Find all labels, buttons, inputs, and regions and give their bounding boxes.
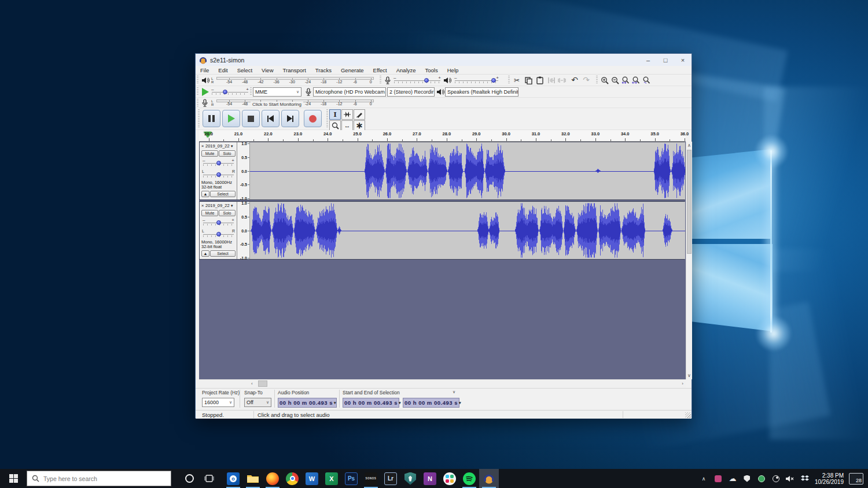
track-2-close-icon[interactable]: × [200, 203, 205, 208]
record-button[interactable] [304, 110, 322, 127]
start-button[interactable] [0, 469, 27, 488]
track-1-select-button[interactable]: Select [210, 191, 236, 197]
taskbar-app-shield-deer[interactable] [400, 469, 420, 488]
fit-project-button[interactable] [631, 76, 641, 85]
taskbar-app-spotify[interactable] [459, 469, 479, 488]
skip-to-start-button[interactable] [262, 110, 279, 127]
track-1-pan-slider[interactable]: LR [203, 171, 234, 178]
track-1-gain-slider[interactable]: –+ [203, 160, 234, 167]
play-speed-slider[interactable]: –+ [212, 88, 248, 95]
selection-end-field[interactable]: 00 h 00 m 00.493 s▾ [403, 398, 459, 408]
snap-to-select[interactable]: Off∨ [244, 398, 271, 407]
track-2-name[interactable]: 2019_09_22 [205, 203, 230, 208]
taskbar-app-chrome[interactable] [282, 469, 302, 488]
trim-audio-button[interactable] [546, 76, 557, 85]
menu-item-generate[interactable]: Generate [336, 67, 369, 73]
monitor-hint[interactable]: Click to Start Monitoring [251, 102, 303, 107]
zoom-toggle-button[interactable] [641, 76, 652, 85]
cortana-button[interactable] [179, 469, 199, 488]
track-1-name[interactable]: 2019_09_22 [205, 143, 230, 149]
action-center-button[interactable]: 28 [849, 473, 863, 485]
taskbar-app-audacity[interactable] [479, 469, 499, 488]
track-1-waveform[interactable] [250, 142, 685, 199]
selection-range-label[interactable]: Start and End of Selection [343, 390, 400, 395]
tray-green-status-icon[interactable] [757, 474, 766, 483]
taskbar-app-file-explorer[interactable] [243, 469, 263, 488]
track-1-collapse-button[interactable]: ▲ [201, 191, 209, 197]
draw-tool-button[interactable] [354, 109, 365, 120]
zoom-out-button[interactable] [610, 76, 620, 85]
taskbar-app-outlook[interactable]: o [223, 469, 243, 488]
time-shift-tool-button[interactable]: ↔ [341, 120, 353, 131]
track-workspace[interactable]: × 2019_09_22 ▼ Mute Solo –+ LR Mono, 160… [199, 142, 686, 379]
play-button[interactable] [222, 110, 240, 127]
skip-to-end-button[interactable] [281, 110, 299, 127]
playback-volume-slider[interactable]: –+ [455, 77, 498, 84]
silence-audio-button[interactable] [557, 76, 567, 85]
recording-device-select[interactable]: Microphone (HD Pro Webcam C∨ [313, 87, 386, 97]
title-bar[interactable]: s2e11-simon – □ × [196, 54, 692, 66]
selection-tool-button[interactable]: I [329, 109, 341, 120]
track-1-menu-icon[interactable]: ▼ [230, 145, 234, 148]
onedrive-cloud-icon[interactable]: ☁ [728, 474, 737, 483]
taskbar-search[interactable] [27, 471, 171, 486]
cut-button[interactable]: ✂ [512, 76, 522, 85]
taskbar-app-onenote[interactable]: N [420, 469, 440, 488]
minimize-button[interactable]: – [639, 54, 657, 65]
taskbar-app-word[interactable]: W [302, 469, 322, 488]
menu-item-analyze[interactable]: Analyze [392, 67, 421, 73]
menu-item-file[interactable]: File [196, 67, 214, 73]
task-view-button[interactable] [199, 469, 219, 488]
selection-range-dropdown-icon[interactable]: ∨ [453, 390, 455, 394]
taskbar-app-excel[interactable]: X [322, 469, 341, 488]
menu-item-tools[interactable]: Tools [421, 67, 443, 73]
track-2-pan-slider[interactable]: LR [203, 231, 234, 238]
dropbox-icon[interactable] [800, 474, 810, 483]
redo-button[interactable]: ↷ [581, 75, 591, 84]
fit-selection-button[interactable] [620, 76, 631, 85]
track-1-vertical-scale[interactable]: 1.00.50.0-0.5-1.0 [237, 142, 250, 199]
stop-button[interactable] [242, 110, 260, 127]
track-2-mute-button[interactable]: Mute [201, 210, 218, 216]
pause-button[interactable] [203, 110, 220, 127]
search-input[interactable] [43, 475, 153, 482]
menu-item-help[interactable]: Help [443, 67, 464, 73]
playback-device-select[interactable]: Speakers (Realtek High Definiti∨ [445, 87, 518, 97]
hidden-icons-chevron[interactable]: ∧ [699, 474, 708, 483]
track-1-mute-button[interactable]: Mute [201, 150, 218, 157]
steam-icon[interactable] [771, 474, 781, 483]
taskbar-clock[interactable]: 2:38 PM 10/26/2019 [815, 472, 844, 485]
scroll-up-icon[interactable]: ∧ [687, 143, 691, 148]
track-2-menu-icon[interactable]: ▼ [230, 204, 234, 208]
menu-item-tracks[interactable]: Tracks [311, 67, 336, 73]
selection-start-field[interactable]: 00 h 00 m 00.493 s▾ [343, 398, 399, 408]
zoom-in-button[interactable] [599, 76, 610, 85]
audio-host-select[interactable]: MME∨ [253, 87, 301, 97]
horizontal-scrollbar[interactable]: ‹ › [199, 379, 686, 387]
play-at-speed-button[interactable] [202, 88, 209, 96]
taskbar-app-firefox[interactable] [263, 469, 282, 488]
track-2-gain-slider[interactable]: –+ [203, 219, 234, 226]
maximize-button[interactable]: □ [657, 54, 674, 65]
taskbar-app-sonos[interactable]: SONOS [361, 469, 381, 488]
copy-button[interactable] [523, 76, 534, 85]
envelope-tool-button[interactable] [341, 109, 353, 120]
tray-remote-icon[interactable] [713, 474, 723, 483]
undo-button[interactable]: ↶ [569, 75, 580, 84]
scroll-left-icon[interactable]: ‹ [251, 381, 253, 386]
menu-item-transport[interactable]: Transport [278, 67, 311, 73]
menu-item-select[interactable]: Select [233, 67, 257, 73]
paste-button[interactable] [535, 76, 545, 85]
recording-channels-select[interactable]: 2 (Stereo) Recordir∨ [387, 87, 435, 97]
scroll-down-icon[interactable]: ∨ [687, 373, 691, 378]
track-2-waveform[interactable] [250, 202, 685, 259]
taskbar-app-slack[interactable] [440, 469, 459, 488]
track-1-solo-button[interactable]: Solo [219, 150, 236, 157]
menu-item-effect[interactable]: Effect [369, 67, 392, 73]
track-2-vertical-scale[interactable]: 1.00.50.0-0.5-1.0 [237, 202, 250, 259]
audio-position-field[interactable]: 00 h 00 m 00.493 s▾ [278, 398, 337, 408]
close-button[interactable]: × [674, 54, 692, 65]
vertical-scrollbar[interactable]: ∧ ∨ [686, 142, 692, 379]
track-2-solo-button[interactable]: Solo [219, 210, 236, 216]
taskbar-app-lightroom[interactable]: Lr [381, 469, 400, 488]
